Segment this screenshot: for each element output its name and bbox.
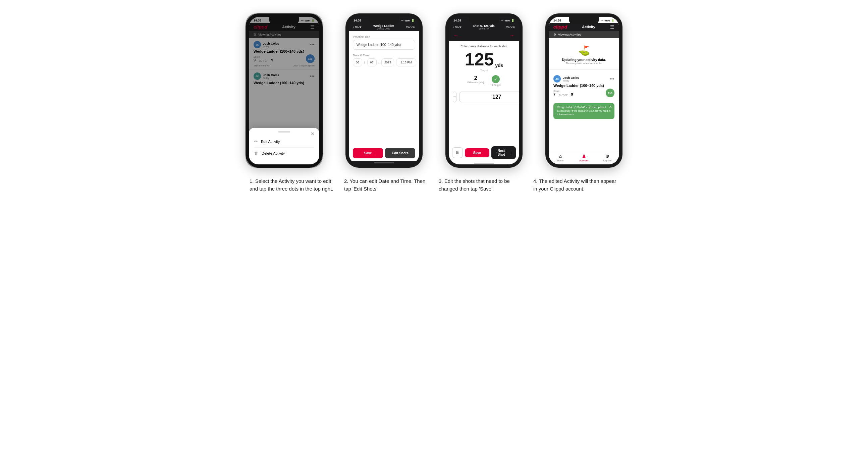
year-field[interactable]: 2023 (381, 58, 394, 66)
battery-icon-4: 🔋 (611, 19, 615, 22)
difference-block: 2 Difference (yds) (467, 75, 484, 86)
card-title-4: Wedge Ladder (100–140 yds) (553, 84, 615, 88)
back-chevron-2: ‹ (353, 26, 354, 29)
prev-arrow[interactable]: ← (454, 33, 459, 39)
phone-1-col: 14:38 ▪▪▪ WiFi 🔋 clippd Activity ☰ ⚙ (239, 13, 329, 168)
target-label: Target (480, 69, 488, 72)
score-value-4: 7 (553, 92, 555, 96)
tab-capture[interactable]: ⊕ Capture (596, 153, 619, 162)
date-sep-2: / (379, 58, 380, 66)
battery-icon-3: 🔋 (511, 19, 515, 22)
save-button-2[interactable]: Save (353, 148, 383, 158)
shot-nav-3: ‹ Back Shot 6, 125 yds Score 7/9 Cancel … (449, 23, 519, 41)
nav-title-4: Activity (582, 25, 595, 29)
bottom-btns-2: Save Edit Shots (349, 145, 419, 161)
next-shot-label: Next Shot (494, 149, 508, 156)
phones-row: 14:38 ▪▪▪ WiFi 🔋 clippd Activity ☰ ⚙ (239, 13, 629, 168)
phone-2-screen: 14:38 ▪▪▪ WiFi 🔋 ‹ Back Wedge Ladder (349, 17, 419, 164)
golf-flag-icon: ⛳ (578, 45, 590, 56)
card-header-4: JC Josh Coles Today ••• (553, 75, 615, 83)
phone-4-screen: 14:38 ▪▪▪ WiFi 🔋 clippd Activity ☰ ⚙ (549, 17, 619, 164)
shot-nav-center: Shot 6, 125 yds Score 7/9 (472, 24, 495, 30)
status-icons-2: ▪▪▪ WiFi 🔋 (401, 19, 414, 22)
month-field[interactable]: 03 (367, 58, 377, 66)
menu-icon-4[interactable]: ☰ (610, 24, 615, 30)
shot-bottom: 🗑 Save Next Shot → (449, 144, 519, 162)
back-chevron-3: ‹ (453, 26, 454, 29)
sheet-handle-1 (278, 131, 290, 132)
user-name-4: Josh Coles (563, 76, 579, 80)
decrement-btn[interactable]: − (453, 92, 457, 102)
activities-icon: ♟ (582, 153, 586, 159)
edit-activity-item[interactable]: ✏ Edit Activity (254, 136, 314, 148)
back-btn-2[interactable]: ‹ Back (353, 26, 362, 29)
day-field[interactable]: 06 (353, 58, 362, 66)
dots-menu-4[interactable]: ••• (610, 76, 615, 82)
sheet-close-1[interactable]: ✕ (311, 131, 315, 136)
signal-icon-3: ▪▪▪ (501, 19, 504, 22)
phone-2-col: 14:38 ▪▪▪ WiFi 🔋 ‹ Back Wedge Ladder (339, 13, 429, 168)
hit-target-block: ✓ Hit Target (491, 75, 501, 86)
shot-distance-input[interactable] (459, 92, 519, 102)
edit-shots-button[interactable]: Edit Shots (385, 148, 415, 158)
bottom-sheet-1: ✕ ✏ Edit Activity 🗑 Delete Activity (249, 128, 319, 164)
user-row-4: JC Josh Coles Today (553, 75, 579, 83)
shot-content-3: Enter carry distance for each shot 125 y… (449, 41, 519, 144)
phone-2-notch (369, 17, 399, 24)
phone-3-frame: 14:39 ▪▪▪ WiFi 🔋 ‹ Back (445, 13, 523, 168)
home-icon: ⌂ (559, 153, 562, 159)
toast-close-btn[interactable]: ✕ (609, 105, 612, 109)
tab-bar-4: ⌂ Home ♟ Activities ⊕ Capture (549, 151, 619, 164)
time-field[interactable]: 1:13 PM (396, 58, 416, 66)
delete-activity-item[interactable]: 🗑 Delete Activity (254, 148, 314, 159)
viewing-text-4: Viewing Activities (558, 33, 581, 36)
signal-icon-2: ▪▪▪ (401, 19, 404, 22)
caption-2: 2. You can edit Date and Time. Then tap … (344, 177, 429, 193)
hit-target-label: Hit Target (491, 84, 501, 86)
practice-title-input[interactable] (353, 40, 415, 50)
delete-label: Delete Activity (261, 151, 285, 155)
tab-home[interactable]: ⌂ Home (549, 153, 572, 162)
delete-shot-btn[interactable]: 🗑 (452, 147, 463, 158)
success-toast: ✕ 'Wedge Ladder (100–140 yds)' was updat… (553, 103, 615, 119)
stats-row: 2 Difference (yds) ✓ Hit Target (467, 75, 500, 86)
nav-title-2: Wedge Ladder (373, 24, 394, 28)
filter-icon-4: ⚙ (553, 33, 556, 36)
practice-title-label: Practice Title (353, 35, 415, 39)
carry-bold: carry distance (469, 44, 489, 48)
tab-capture-label: Capture (603, 159, 612, 162)
viewing-banner-4: ⚙ Viewing Activities (549, 31, 619, 38)
quality-badge-4: 118 (606, 89, 615, 97)
battery-icon-2: 🔋 (411, 19, 414, 22)
avatar-4: JC (553, 75, 561, 83)
shots-value-4: 9 (571, 92, 573, 96)
next-arrow[interactable]: → (509, 33, 515, 39)
next-shot-btn[interactable]: Next Shot → (491, 146, 516, 159)
nav-subtitle-2: 06 Mar 2023 (373, 28, 394, 30)
phone-1-frame: 14:38 ▪▪▪ WiFi 🔋 clippd Activity ☰ ⚙ (246, 13, 323, 168)
wifi-icon-2: WiFi (404, 19, 410, 22)
save-shot-btn[interactable]: Save (465, 148, 489, 157)
score-label-4: Score (553, 90, 573, 92)
signal-icon-4: ▪▪▪ (601, 19, 604, 22)
phone-3-notch (469, 17, 499, 24)
cancel-btn-3[interactable]: Cancel (506, 26, 515, 29)
phone-3-screen: 14:39 ▪▪▪ WiFi 🔋 ‹ Back (449, 17, 519, 164)
cancel-btn-2[interactable]: Cancel (406, 26, 415, 29)
score-row-4: Score 7 OUT OF 9 118 (553, 89, 615, 97)
edit-icon: ✏ (254, 139, 257, 144)
edit-label: Edit Activity (261, 139, 280, 144)
phone-1-screen: 14:38 ▪▪▪ WiFi 🔋 clippd Activity ☰ ⚙ (249, 17, 319, 164)
big-number: 125 (465, 51, 494, 68)
toast-message: 'Wedge Ladder (100–140 yds)' was updated… (557, 106, 611, 117)
caption-3: 3. Edit the shots that need to be change… (439, 177, 524, 193)
big-number-row: 125 yds (465, 51, 503, 68)
trash-icon: 🗑 (254, 151, 258, 156)
activity-card-4[interactable]: JC Josh Coles Today ••• Wedge Ladder (10… (549, 72, 619, 100)
back-label-2: Back (355, 26, 362, 29)
next-arrow-icon: → (510, 151, 513, 155)
tab-activities[interactable]: ♟ Activities (572, 153, 596, 162)
updating-section: ⛳ Updating your activity data. This may … (549, 38, 619, 70)
status-icons-4: ▪▪▪ WiFi 🔋 (601, 19, 615, 22)
back-btn-3[interactable]: ‹ Back (453, 26, 462, 29)
